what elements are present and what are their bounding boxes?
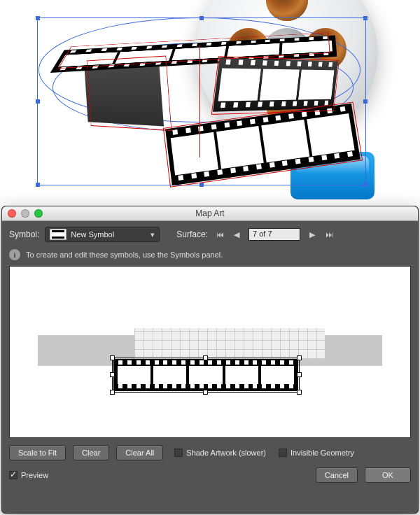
ok-button[interactable]: OK [365,467,411,483]
last-surface-button[interactable]: ⏭ [324,230,334,239]
mapped-filmstrip-3d[interactable] [38,17,368,196]
preview-checkbox[interactable]: Preview [9,471,48,479]
symbol-dropdown[interactable]: New Symbol ▾ [45,227,160,242]
surface-index-value: 7 of 7 [253,230,272,238]
hint-row: i To create and edit these symbols, use … [2,248,418,266]
button-label: Clear All [125,449,154,457]
button-label: OK [382,471,393,479]
bbox-handle[interactable] [363,99,368,104]
surface-navigator: Surface: ⏮ ◀ 7 of 7 ▶ ⏭ [176,228,334,241]
dialog-title: Map Art [2,209,418,218]
hint-text: To create and edit these symbols, use th… [26,251,223,259]
surface-index-field[interactable]: 7 of 7 [248,228,300,241]
surface-unwrapped-grid [134,328,325,359]
resize-handle[interactable] [203,390,208,395]
mapping-canvas[interactable] [9,266,411,438]
button-label: Scale to Fit [18,449,57,457]
checkbox-label: Preview [21,471,48,479]
wireframe-overlay [87,55,172,131]
cancel-button[interactable]: Cancel [316,467,358,483]
bbox-handle[interactable] [36,99,40,104]
bbox-handle[interactable] [200,183,204,187]
symbol-selection-box[interactable] [112,358,300,393]
resize-handle[interactable] [297,355,302,360]
bbox-handle[interactable] [36,183,40,187]
wireframe-seam [200,45,201,157]
checkbox-icon [9,471,18,479]
invisible-geometry-checkbox[interactable]: Invisible Geometry [279,449,354,457]
bbox-handle[interactable] [36,16,40,20]
info-icon: i [9,249,20,260]
bbox-handle[interactable] [363,183,368,187]
dialog-footer: Scale to Fit Clear Clear All Shade Artwo… [2,438,418,488]
artboard-3d-preview [0,0,420,203]
next-surface-button[interactable]: ▶ [307,230,317,239]
dialog-titlebar[interactable]: Map Art [2,206,418,221]
scale-to-fit-button[interactable]: Scale to Fit [9,445,66,460]
resize-handle[interactable] [110,390,115,395]
clear-all-button[interactable]: Clear All [116,445,163,460]
resize-handle[interactable] [110,372,115,377]
symbol-name: New Symbol [71,230,114,239]
checkbox-icon [279,449,287,457]
checkbox-label: Invisible Geometry [290,449,354,457]
first-surface-button[interactable]: ⏮ [215,230,225,239]
chevron-down-icon: ▾ [146,230,159,239]
prev-surface-button[interactable]: ◀ [232,230,241,239]
button-label: Cancel [325,471,349,479]
checkbox-label: Shade Artwork (slower) [186,449,266,457]
bbox-handle[interactable] [363,16,368,20]
symbol-swatch-icon [50,229,66,240]
dialog-toolbar: Symbol: New Symbol ▾ Surface: ⏮ ◀ 7 of 7… [2,221,418,248]
resize-handle[interactable] [297,372,302,377]
clear-button[interactable]: Clear [73,445,109,460]
shade-artwork-checkbox[interactable]: Shade Artwork (slower) [174,449,266,457]
checkbox-icon [174,449,183,457]
resize-handle[interactable] [297,390,302,395]
resize-handle[interactable] [110,355,115,360]
button-label: Clear [82,449,100,457]
surface-label: Surface: [176,230,208,239]
resize-handle[interactable] [203,355,208,360]
map-art-dialog: Map Art Symbol: New Symbol ▾ Surface: ⏮ … [1,206,419,514]
symbol-label: Symbol: [9,230,39,239]
